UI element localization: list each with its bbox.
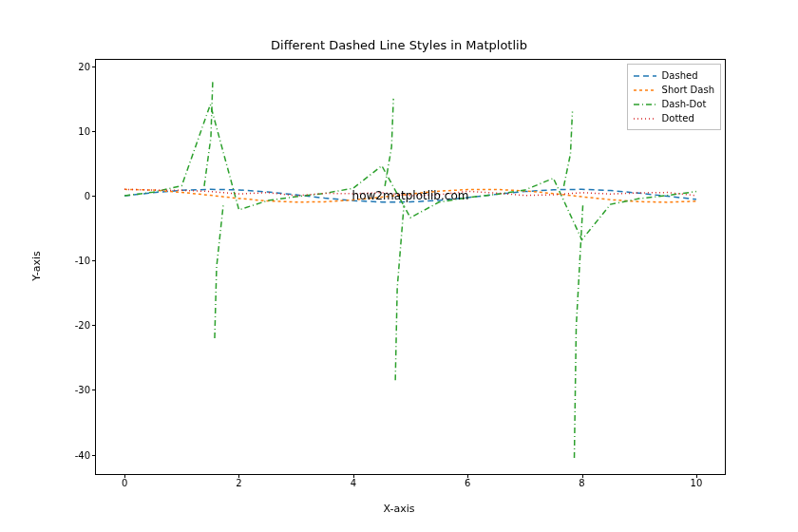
legend-item-dashed: Dashed: [634, 68, 714, 83]
x-tick-label: 4: [351, 478, 356, 488]
legend-label: Dash-Dot: [662, 97, 707, 111]
y-tick-label: 0: [52, 191, 90, 201]
y-tick-mark: [92, 325, 96, 326]
watermark-annotation: how2matplotlib.com: [352, 189, 469, 202]
series-spike: [575, 205, 583, 458]
line-icon: [634, 86, 656, 95]
series-dash-dot: [124, 104, 696, 239]
y-tick-label: -40: [52, 449, 90, 460]
legend: Dashed Short Dash Dash-Dot Dotted: [627, 64, 721, 130]
y-tick-mark: [92, 131, 96, 132]
y-tick-label: -30: [52, 385, 90, 395]
series-spike: [385, 99, 393, 186]
chart-title: Different Dashed Line Styles in Matplotl…: [0, 38, 798, 52]
legend-item-dotted: Dotted: [634, 111, 714, 125]
series-spike: [204, 79, 213, 185]
legend-label: Dotted: [662, 111, 694, 125]
series-spike: [564, 112, 573, 186]
y-tick-label: 20: [52, 61, 90, 71]
line-icon: [634, 71, 656, 81]
line-icon: [634, 114, 656, 124]
x-tick-label: 6: [465, 478, 470, 488]
y-tick-label: -20: [52, 320, 90, 331]
y-tick-mark: [92, 455, 96, 456]
y-tick-label: -10: [52, 256, 90, 266]
x-tick-label: 8: [579, 478, 584, 488]
legend-label: Short Dash: [662, 83, 714, 97]
y-tick-mark: [92, 196, 96, 197]
x-tick-label: 2: [236, 478, 241, 488]
plot-area: how2matplotlib.com Dashed Short Dash Das…: [95, 59, 726, 475]
x-axis-label: X-axis: [0, 503, 798, 515]
legend-label: Dashed: [662, 68, 698, 83]
series-spike: [215, 205, 223, 338]
y-tick-mark: [92, 66, 96, 67]
y-axis-label: Y-axis: [30, 251, 43, 280]
x-tick-label: 0: [122, 478, 127, 488]
y-tick-label: 10: [52, 125, 90, 136]
figure: Different Dashed Line Styles in Matplotl…: [0, 0, 798, 532]
line-icon: [634, 100, 656, 109]
legend-item-dashdot: Dash-Dot: [634, 97, 714, 111]
series-spike: [395, 205, 404, 380]
y-tick-mark: [92, 390, 96, 390]
y-tick-mark: [92, 260, 96, 261]
x-tick-label: 10: [691, 478, 703, 488]
legend-item-shortdash: Short Dash: [634, 83, 714, 97]
